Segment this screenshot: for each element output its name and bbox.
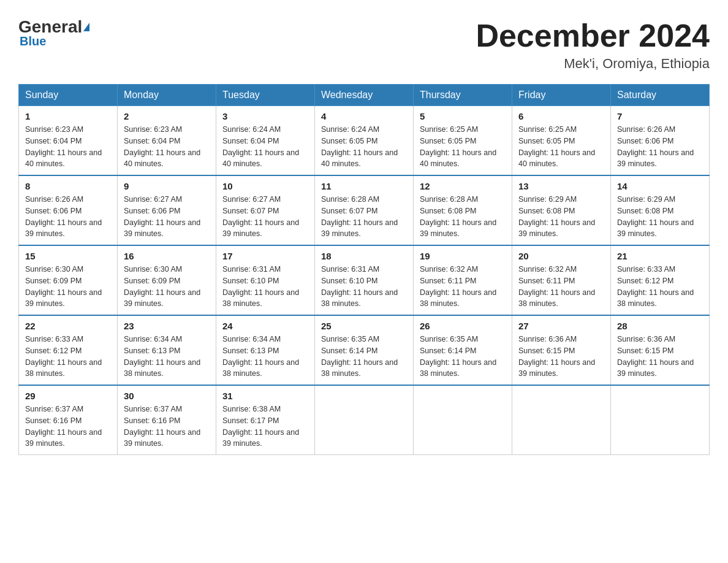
- col-friday: Friday: [512, 85, 611, 106]
- table-row: 16 Sunrise: 6:30 AM Sunset: 6:09 PM Dayl…: [118, 245, 216, 315]
- day-number: 15: [25, 251, 111, 261]
- table-row: 22 Sunrise: 6:33 AM Sunset: 6:12 PM Dayl…: [19, 315, 118, 385]
- table-row: 27 Sunrise: 6:36 AM Sunset: 6:15 PM Dayl…: [512, 315, 611, 385]
- table-row: 28 Sunrise: 6:36 AM Sunset: 6:15 PM Dayl…: [611, 315, 710, 385]
- col-thursday: Thursday: [414, 85, 512, 106]
- table-row: 26 Sunrise: 6:35 AM Sunset: 6:14 PM Dayl…: [414, 315, 512, 385]
- day-info: Sunrise: 6:30 AM Sunset: 6:09 PM Dayligh…: [25, 264, 111, 310]
- table-row: 9 Sunrise: 6:27 AM Sunset: 6:06 PM Dayli…: [118, 175, 216, 245]
- day-info: Sunrise: 6:25 AM Sunset: 6:05 PM Dayligh…: [518, 124, 604, 170]
- day-number: 8: [25, 181, 111, 191]
- day-info: Sunrise: 6:33 AM Sunset: 6:12 PM Dayligh…: [617, 264, 703, 310]
- table-row: 5 Sunrise: 6:25 AM Sunset: 6:05 PM Dayli…: [414, 106, 512, 176]
- location-subtitle: Mek'i, Oromiya, Ethiopia: [476, 56, 710, 72]
- calendar-header-row: Sunday Monday Tuesday Wednesday Thursday…: [19, 85, 710, 106]
- day-number: 6: [518, 111, 604, 121]
- day-number: 2: [124, 111, 210, 121]
- day-number: 14: [617, 181, 703, 191]
- table-row: 2 Sunrise: 6:23 AM Sunset: 6:04 PM Dayli…: [118, 106, 216, 176]
- table-row: [414, 385, 512, 455]
- calendar-week-row: 1 Sunrise: 6:23 AM Sunset: 6:04 PM Dayli…: [19, 106, 710, 176]
- logo-triangle-icon: [83, 23, 89, 31]
- table-row: 20 Sunrise: 6:32 AM Sunset: 6:11 PM Dayl…: [512, 245, 611, 315]
- day-number: 31: [222, 391, 308, 401]
- table-row: 11 Sunrise: 6:28 AM Sunset: 6:07 PM Dayl…: [315, 175, 414, 245]
- day-number: 24: [222, 321, 308, 331]
- day-number: 12: [420, 181, 506, 191]
- col-sunday: Sunday: [19, 85, 118, 106]
- day-number: 3: [222, 111, 308, 121]
- day-number: 5: [420, 111, 506, 121]
- day-number: 30: [124, 391, 210, 401]
- day-info: Sunrise: 6:34 AM Sunset: 6:13 PM Dayligh…: [124, 334, 210, 380]
- table-row: 15 Sunrise: 6:30 AM Sunset: 6:09 PM Dayl…: [19, 245, 118, 315]
- table-row: 25 Sunrise: 6:35 AM Sunset: 6:14 PM Dayl…: [315, 315, 414, 385]
- day-info: Sunrise: 6:27 AM Sunset: 6:07 PM Dayligh…: [222, 194, 308, 240]
- day-number: 17: [222, 251, 308, 261]
- table-row: 24 Sunrise: 6:34 AM Sunset: 6:13 PM Dayl…: [216, 315, 315, 385]
- day-number: 11: [321, 181, 407, 191]
- day-info: Sunrise: 6:30 AM Sunset: 6:09 PM Dayligh…: [124, 264, 210, 310]
- day-number: 27: [518, 321, 604, 331]
- day-number: 29: [25, 391, 111, 401]
- day-number: 1: [25, 111, 111, 121]
- day-number: 19: [420, 251, 506, 261]
- day-info: Sunrise: 6:37 AM Sunset: 6:16 PM Dayligh…: [25, 404, 111, 450]
- day-info: Sunrise: 6:24 AM Sunset: 6:05 PM Dayligh…: [321, 124, 407, 170]
- day-number: 9: [124, 181, 210, 191]
- table-row: 14 Sunrise: 6:29 AM Sunset: 6:08 PM Dayl…: [611, 175, 710, 245]
- day-number: 20: [518, 251, 604, 261]
- month-year-title: December 2024: [476, 18, 710, 53]
- table-row: 19 Sunrise: 6:32 AM Sunset: 6:11 PM Dayl…: [414, 245, 512, 315]
- day-info: Sunrise: 6:36 AM Sunset: 6:15 PM Dayligh…: [518, 334, 604, 380]
- table-row: 12 Sunrise: 6:28 AM Sunset: 6:08 PM Dayl…: [414, 175, 512, 245]
- day-info: Sunrise: 6:31 AM Sunset: 6:10 PM Dayligh…: [222, 264, 308, 310]
- table-row: 8 Sunrise: 6:26 AM Sunset: 6:06 PM Dayli…: [19, 175, 118, 245]
- calendar-week-row: 22 Sunrise: 6:33 AM Sunset: 6:12 PM Dayl…: [19, 315, 710, 385]
- day-info: Sunrise: 6:28 AM Sunset: 6:08 PM Dayligh…: [420, 194, 506, 240]
- day-number: 25: [321, 321, 407, 331]
- day-info: Sunrise: 6:26 AM Sunset: 6:06 PM Dayligh…: [617, 124, 703, 170]
- table-row: 17 Sunrise: 6:31 AM Sunset: 6:10 PM Dayl…: [216, 245, 315, 315]
- col-saturday: Saturday: [611, 85, 710, 106]
- calendar-table: Sunday Monday Tuesday Wednesday Thursday…: [18, 84, 710, 455]
- day-info: Sunrise: 6:37 AM Sunset: 6:16 PM Dayligh…: [124, 404, 210, 450]
- day-info: Sunrise: 6:35 AM Sunset: 6:14 PM Dayligh…: [420, 334, 506, 380]
- logo-text-general: General: [18, 18, 82, 36]
- table-row: [611, 385, 710, 455]
- col-tuesday: Tuesday: [216, 85, 315, 106]
- table-row: 21 Sunrise: 6:33 AM Sunset: 6:12 PM Dayl…: [611, 245, 710, 315]
- col-monday: Monday: [118, 85, 216, 106]
- table-row: 6 Sunrise: 6:25 AM Sunset: 6:05 PM Dayli…: [512, 106, 611, 176]
- day-info: Sunrise: 6:29 AM Sunset: 6:08 PM Dayligh…: [617, 194, 703, 240]
- col-wednesday: Wednesday: [315, 85, 414, 106]
- title-section: December 2024 Mek'i, Oromiya, Ethiopia: [476, 18, 710, 72]
- table-row: 3 Sunrise: 6:24 AM Sunset: 6:04 PM Dayli…: [216, 106, 315, 176]
- table-row: 30 Sunrise: 6:37 AM Sunset: 6:16 PM Dayl…: [118, 385, 216, 455]
- table-row: 1 Sunrise: 6:23 AM Sunset: 6:04 PM Dayli…: [19, 106, 118, 176]
- logo-text-blue: Blue: [18, 34, 46, 48]
- day-info: Sunrise: 6:35 AM Sunset: 6:14 PM Dayligh…: [321, 334, 407, 380]
- day-info: Sunrise: 6:23 AM Sunset: 6:04 PM Dayligh…: [25, 124, 111, 170]
- day-number: 13: [518, 181, 604, 191]
- calendar-week-row: 8 Sunrise: 6:26 AM Sunset: 6:06 PM Dayli…: [19, 175, 710, 245]
- table-row: 18 Sunrise: 6:31 AM Sunset: 6:10 PM Dayl…: [315, 245, 414, 315]
- day-info: Sunrise: 6:29 AM Sunset: 6:08 PM Dayligh…: [518, 194, 604, 240]
- table-row: 31 Sunrise: 6:38 AM Sunset: 6:17 PM Dayl…: [216, 385, 315, 455]
- day-info: Sunrise: 6:31 AM Sunset: 6:10 PM Dayligh…: [321, 264, 407, 310]
- day-number: 10: [222, 181, 308, 191]
- table-row: 29 Sunrise: 6:37 AM Sunset: 6:16 PM Dayl…: [19, 385, 118, 455]
- day-info: Sunrise: 6:24 AM Sunset: 6:04 PM Dayligh…: [222, 124, 308, 170]
- day-number: 23: [124, 321, 210, 331]
- day-number: 7: [617, 111, 703, 121]
- day-info: Sunrise: 6:23 AM Sunset: 6:04 PM Dayligh…: [124, 124, 210, 170]
- day-number: 26: [420, 321, 506, 331]
- table-row: 10 Sunrise: 6:27 AM Sunset: 6:07 PM Dayl…: [216, 175, 315, 245]
- page-header: General Blue December 2024 Mek'i, Oromiy…: [18, 18, 710, 72]
- table-row: 7 Sunrise: 6:26 AM Sunset: 6:06 PM Dayli…: [611, 106, 710, 176]
- table-row: 23 Sunrise: 6:34 AM Sunset: 6:13 PM Dayl…: [118, 315, 216, 385]
- day-number: 22: [25, 321, 111, 331]
- day-info: Sunrise: 6:27 AM Sunset: 6:06 PM Dayligh…: [124, 194, 210, 240]
- table-row: [315, 385, 414, 455]
- day-info: Sunrise: 6:28 AM Sunset: 6:07 PM Dayligh…: [321, 194, 407, 240]
